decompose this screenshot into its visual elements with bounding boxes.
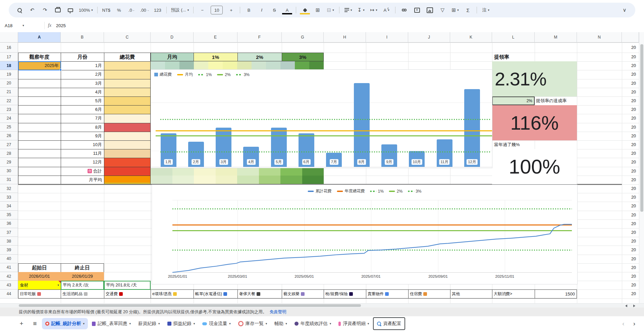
withdraw-threshold-label[interactable]: 提領率の達成率	[536, 96, 577, 105]
cell-B20[interactable]: 3月	[61, 79, 104, 88]
horizontal-scrollbar-thumb[interactable]	[19, 304, 361, 307]
cell-C30[interactable]	[104, 167, 151, 176]
horizontal-scrollbar[interactable]	[0, 303, 644, 308]
sheet-tab-淨資產明細[interactable]: 淨資產明細▾	[335, 318, 372, 329]
toolbar-merge-cells-button[interactable]: ⊟▾	[324, 5, 336, 15]
toolbar-text-rotate-button[interactable]: A▾	[380, 5, 392, 15]
overflow-cell-30[interactable]: 20	[622, 167, 638, 176]
overflow-cell-24[interactable]: 20	[622, 114, 638, 123]
toolbar-functions-button[interactable]: Σ	[462, 5, 474, 15]
cell-C23[interactable]	[104, 105, 151, 114]
cell-B27[interactable]: 10月	[61, 140, 104, 149]
overflow-cell-22[interactable]: 20	[622, 96, 638, 105]
overflow-cell-32[interactable]: 20	[622, 184, 638, 193]
chevron-down-icon[interactable]: ▾	[330, 322, 331, 325]
toolbar-more-menu[interactable]: 注▾	[480, 5, 492, 15]
row-header-30[interactable]: 30	[0, 167, 18, 176]
cell-C19[interactable]	[104, 70, 151, 79]
toolbar-horizontal-align-button[interactable]: ▾	[342, 5, 354, 15]
start-date-label[interactable]: 起始日	[18, 263, 61, 272]
toolbar-bold-button[interactable]: B	[243, 5, 255, 15]
overflow-cell-28[interactable]: 20	[622, 149, 638, 158]
col-header-L[interactable]: L	[492, 32, 535, 43]
row-header-22[interactable]: 22	[0, 96, 18, 105]
row-header-16[interactable]: 16	[0, 43, 18, 53]
col-header-D[interactable]: D	[151, 32, 194, 43]
scroll-left-button[interactable]	[623, 304, 629, 308]
toolbar-zoom-select[interactable]: 100%▾	[77, 5, 95, 15]
sheet-tab-記帳_統計分析[interactable]: 記帳_統計分析▾	[42, 318, 88, 329]
category-cell[interactable]: 交通費	[104, 289, 151, 298]
sheet-tab-輔助[interactable]: 輔助▾	[271, 318, 290, 329]
vertical-scrollbar-thumb[interactable]	[640, 44, 643, 212]
col-header-partial[interactable]	[622, 32, 639, 43]
sheet-tab-年度績效評估[interactable]: 年度績效評估▾	[291, 318, 335, 329]
row-header-41[interactable]: 41	[0, 263, 18, 272]
row-header-35[interactable]: 35	[0, 211, 18, 219]
toolbar-insert-chart-button[interactable]	[424, 5, 436, 15]
overflow-cell-36[interactable]: 20	[622, 219, 638, 228]
overflow-cell-20[interactable]: 20	[622, 79, 638, 88]
toolbar-insert-comment-button[interactable]: +	[411, 5, 423, 15]
row-header-29[interactable]: 29	[0, 158, 18, 167]
toolbar-percent-format-button[interactable]: %	[113, 5, 125, 15]
category-cell[interactable]: e環球/丞燕	[151, 289, 194, 298]
withdraw-rate-value[interactable]: 2.31%	[492, 61, 577, 96]
disclaimer-link[interactable]: 免責聲明	[270, 309, 286, 315]
row-header-42[interactable]: 42	[0, 272, 18, 281]
cell-C24[interactable]	[104, 114, 151, 123]
toolbar-text-color-button[interactable]: A	[281, 5, 293, 15]
col-header-K[interactable]: K	[450, 32, 492, 43]
cell-B24[interactable]: 7月	[61, 114, 104, 123]
sheet-tab-庫存一覧[interactable]: 庫存一覧▾	[235, 318, 271, 329]
daily-average-cell[interactable]: 平均 201.8元 /天	[104, 281, 151, 290]
row-header-23[interactable]: 23	[0, 105, 18, 114]
sheet-tab-資產配置[interactable]: 資產配置	[373, 317, 405, 330]
toolbar-filter-views-button[interactable]: ⊞▾	[449, 5, 461, 15]
cell-B22[interactable]: 5月	[61, 96, 104, 105]
sheet-tab-記帳_表單回應[interactable]: 記帳_表單回應▾	[89, 318, 134, 329]
row-header-34[interactable]: 34	[0, 202, 18, 210]
header-cell-C[interactable]: 總花費	[104, 53, 151, 61]
category-cell[interactable]: 大額消費>	[492, 289, 535, 298]
overflow-cell-17[interactable]: 20	[622, 53, 638, 61]
frequency-cell[interactable]: 平均 2.8天 /次	[61, 281, 104, 290]
toolbar-print-button[interactable]	[52, 5, 64, 15]
row-header-31[interactable]: 31	[0, 176, 18, 184]
col-header-A[interactable]: A	[18, 32, 61, 43]
cell-C26[interactable]	[104, 132, 151, 140]
start-date-cell[interactable]: 2026/01/01	[18, 272, 61, 281]
row-header-38[interactable]: 38	[0, 237, 18, 246]
cell-B28[interactable]: 11月	[61, 149, 104, 158]
row-header-39[interactable]: 39	[0, 246, 18, 254]
category-cell[interactable]: 生活消耗品	[61, 289, 104, 298]
cell-C28[interactable]	[104, 149, 151, 158]
toolbar-undo-button[interactable]: ↶	[26, 5, 38, 15]
cell-A18[interactable]: 2025年	[18, 61, 61, 70]
scroll-right-button[interactable]	[631, 304, 637, 308]
chevron-down-icon[interactable]: ▾	[194, 322, 195, 325]
cell-C21[interactable]	[104, 88, 151, 96]
header-cell-B[interactable]: 月份	[61, 53, 104, 61]
category-cell[interactable]: 日常吃飯	[18, 289, 61, 298]
chevron-down-icon[interactable]: ▾	[129, 322, 131, 325]
row-header-24[interactable]: 24	[0, 114, 18, 123]
cell-B30[interactable]: 合合計	[61, 167, 104, 176]
cell-C29[interactable]	[104, 158, 151, 167]
toolbar-redo-button[interactable]: ↷	[39, 5, 51, 15]
tabs-next-button[interactable]: ›	[633, 320, 635, 327]
cell-C18[interactable]	[104, 61, 151, 70]
cell-B23[interactable]: 6月	[61, 105, 104, 114]
toolbar-font-size-input[interactable]: 10	[209, 5, 224, 15]
toolbar-search-icon[interactable]	[13, 5, 25, 15]
overflow-cell-43[interactable]: 20	[622, 281, 638, 289]
overflow-cell-34[interactable]: 20	[622, 202, 638, 210]
toolbar-borders-button[interactable]: ⊞	[312, 5, 324, 15]
toolbar-vertical-align-button[interactable]: ↧▾	[355, 5, 367, 15]
toolbar-italic-button[interactable]: I	[256, 5, 268, 15]
col-header-M[interactable]: M	[535, 32, 577, 43]
toolbar-insert-link-button[interactable]	[398, 5, 410, 15]
sheet-tab-薪資紀錄[interactable]: 薪資紀錄▾	[135, 318, 163, 329]
cell-B26[interactable]: 9月	[61, 132, 104, 140]
col-header-H[interactable]: H	[324, 32, 366, 43]
